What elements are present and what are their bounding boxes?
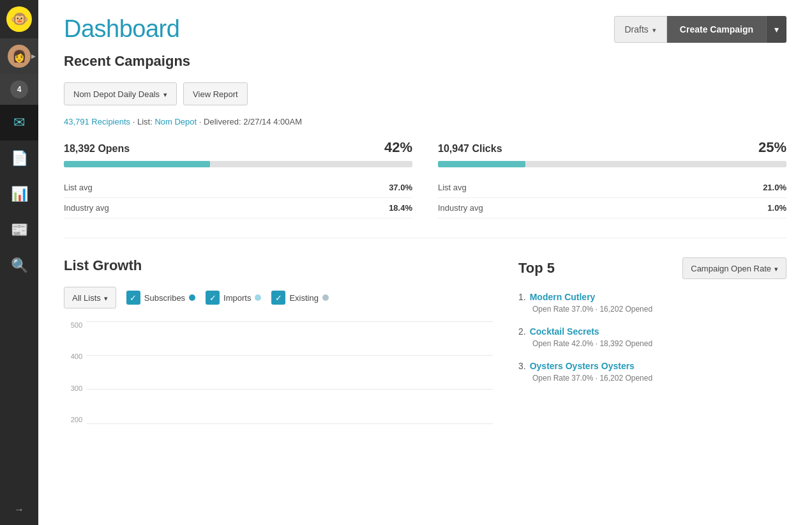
imports-checkbox[interactable]: ✓ <box>206 291 220 305</box>
content-area: Recent Campaigns Nom Depot Daily Deals V… <box>38 53 812 462</box>
opens-industry-avg-val: 18.4% <box>389 203 412 213</box>
section-divider <box>64 238 786 238</box>
campaign-name-label: Nom Depot Daily Deals <box>73 89 160 99</box>
top5-item-2: 2. Cocktail Secrets Open Rate 42.0% · 18… <box>518 326 786 348</box>
drafts-chevron-icon <box>652 24 656 34</box>
drafts-button[interactable]: Drafts <box>614 16 667 43</box>
all-lists-label: All Lists <box>72 293 101 303</box>
opens-pct: 42% <box>384 139 412 156</box>
recent-campaigns-controls: Nom Depot Daily Deals View Report <box>64 82 786 105</box>
sidebar-item-content[interactable]: 📰 <box>0 212 38 248</box>
main-content: Dashboard Drafts Create Campaign ▾ Recen… <box>38 0 812 525</box>
campaign-open-rate-button[interactable]: Campaign Open Rate <box>682 257 786 279</box>
split-chevron-icon: ▾ <box>774 24 779 34</box>
sidebar-item-campaigns[interactable]: ✉ <box>0 105 38 141</box>
view-report-button[interactable]: View Report <box>183 82 248 105</box>
clicks-industry-avg-row: Industry avg 1.0% <box>438 198 786 218</box>
clicks-list-avg-label: List avg <box>438 183 467 192</box>
create-campaign-split-button[interactable]: ▾ <box>766 16 786 43</box>
page-title: Dashboard <box>64 15 179 43</box>
top5-item-3: 3. Oysters Oysters Oysters Open Rate 37.… <box>518 361 786 383</box>
bars-container <box>86 321 493 423</box>
list-growth-section: List Growth All Lists ✓ Subscribes ✓ Imp… <box>64 257 493 436</box>
y-label-300: 300 <box>64 384 82 392</box>
existing-label: Existing <box>289 293 319 303</box>
list-growth-title: List Growth <box>64 257 493 274</box>
sidebar: 🐵 👩 ▶ 4 ✉ 📄 📊 📰 🔍 → <box>0 0 38 525</box>
monkey-logo-icon: 🐵 <box>6 6 32 32</box>
top5-meta-1: Open Rate 37.0% · 16,202 Opened <box>518 305 786 314</box>
campaign-rate-chevron-icon <box>774 264 778 273</box>
imports-checkbox-group: ✓ Imports <box>206 291 261 305</box>
top5-rank-3: 3. <box>518 361 526 371</box>
bottom-row: List Growth All Lists ✓ Subscribes ✓ Imp… <box>64 257 786 436</box>
separator1: · <box>133 117 137 126</box>
top5-rank-2: 2. <box>518 326 526 337</box>
user-avatar[interactable]: 👩 ▶ <box>0 38 38 74</box>
top5-item-2-title: 2. Cocktail Secrets <box>518 326 786 337</box>
list-label: List: <box>137 117 153 126</box>
clicks-label: 10,947 Clicks <box>438 143 502 155</box>
opens-industry-avg-label: Industry avg <box>64 203 109 213</box>
top5-item-1-title: 1. Modern Cutlery <box>518 292 786 302</box>
analytics-icon: 📊 <box>11 186 28 202</box>
delivered-label: Delivered: <box>204 117 241 126</box>
chart-y-labels: 500 400 300 200 <box>64 321 86 423</box>
clicks-list-avg-row: List avg 21.0% <box>438 178 786 198</box>
clicks-industry-avg-val: 1.0% <box>767 203 786 213</box>
content-icon: 📰 <box>11 222 28 238</box>
right-arrow-icon: → <box>14 504 24 515</box>
top5-title: Top 5 <box>518 260 555 277</box>
top5-link-3[interactable]: Oysters Oysters Oysters <box>530 361 635 371</box>
header: Dashboard Drafts Create Campaign ▾ <box>38 0 812 53</box>
opens-list-avg-val: 37.0% <box>389 183 412 192</box>
list-name-link[interactable]: Nom Depot <box>154 117 197 126</box>
top5-link-2[interactable]: Cocktail Secrets <box>530 326 599 337</box>
sidebar-item-analytics[interactable]: 📊 <box>0 176 38 212</box>
subscribes-dot <box>189 294 195 301</box>
clicks-pct: 25% <box>758 139 786 156</box>
campaign-rate-label: Campaign Open Rate <box>691 264 771 273</box>
badge-count: 4 <box>10 80 28 98</box>
clicks-progress-bar-bg <box>438 161 786 167</box>
subscribes-checkbox-group: ✓ Subscribes <box>126 291 195 305</box>
sidebar-badge[interactable]: 4 <box>0 74 38 105</box>
sidebar-item-search[interactable]: 🔍 <box>0 248 38 284</box>
reports-icon: 📄 <box>11 150 28 167</box>
opens-industry-avg-row: Industry avg 18.4% <box>64 198 412 218</box>
top5-item-1: 1. Modern Cutlery Open Rate 37.0% · 16,2… <box>518 292 786 314</box>
top5-rank-1: 1. <box>518 292 526 302</box>
top5-item-3-title: 3. Oysters Oysters Oysters <box>518 361 786 371</box>
clicks-stat-header: 10,947 Clicks 25% <box>438 139 786 156</box>
list-growth-controls: All Lists ✓ Subscribes ✓ Imports ✓ <box>64 287 493 308</box>
clicks-industry-avg-label: Industry avg <box>438 203 483 213</box>
clicks-stat-block: 10,947 Clicks 25% List avg 21.0% Industr… <box>438 139 786 218</box>
opens-stat-block: 18,392 Opens 42% List avg 37.0% Industry… <box>64 139 412 218</box>
sidebar-item-reports[interactable]: 📄 <box>0 141 38 176</box>
y-label-500: 500 <box>64 321 82 329</box>
top5-meta-2: Open Rate 42.0% · 18,392 Opened <box>518 339 786 348</box>
top5-header: Top 5 Campaign Open Rate <box>518 257 786 279</box>
imports-label: Imports <box>223 293 251 303</box>
top5-link-1[interactable]: Modern Cutlery <box>530 292 596 302</box>
create-campaign-button[interactable]: Create Campaign <box>667 16 766 43</box>
campaign-meta: 43,791 Recipients · List: Nom Depot · De… <box>64 117 786 126</box>
recent-campaigns-title: Recent Campaigns <box>64 53 786 70</box>
existing-checkbox-group: ✓ Existing <box>271 291 329 305</box>
opens-label: 18,392 Opens <box>64 143 130 155</box>
all-lists-button[interactable]: All Lists <box>64 287 116 308</box>
all-lists-chevron-icon <box>104 293 108 303</box>
drafts-label: Drafts <box>625 24 649 34</box>
top5-meta-3: Open Rate 37.0% · 16,202 Opened <box>518 374 786 383</box>
subscribes-label: Subscribes <box>144 293 185 303</box>
opens-list-avg-row: List avg 37.0% <box>64 178 412 198</box>
subscribes-checkbox[interactable]: ✓ <box>126 291 140 305</box>
campaign-selector-button[interactable]: Nom Depot Daily Deals <box>64 82 177 105</box>
avatar-image: 👩 <box>8 45 31 68</box>
clicks-list-avg-val: 21.0% <box>763 183 786 192</box>
existing-checkbox[interactable]: ✓ <box>271 291 285 305</box>
opens-progress-bar-bg <box>64 161 412 167</box>
opens-progress-bar-fill <box>64 161 210 167</box>
sidebar-bottom-arrow[interactable]: → <box>0 494 38 525</box>
recipients-link[interactable]: 43,791 Recipients <box>64 117 130 126</box>
